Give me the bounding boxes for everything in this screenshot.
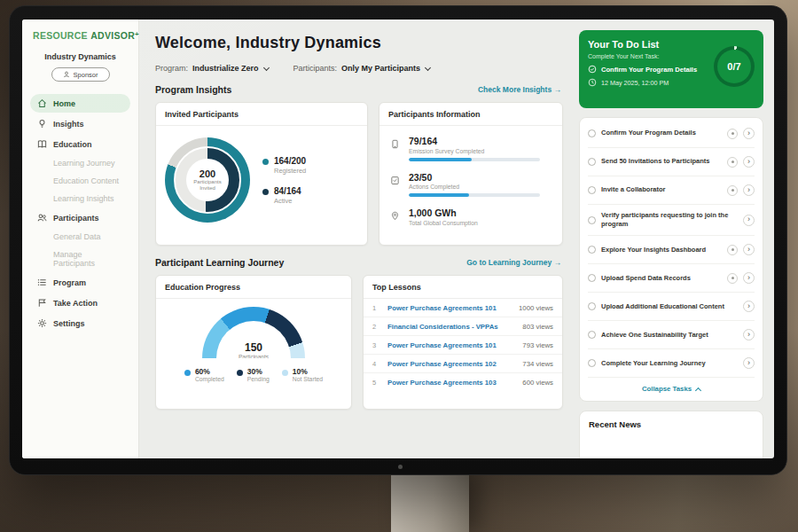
task-label: Upload Additional Educational Content bbox=[601, 302, 738, 311]
task-row[interactable]: Invite a Collaborator bbox=[588, 176, 755, 205]
chevron-right-icon[interactable] bbox=[743, 128, 755, 139]
brand-secondary: ADVISOR bbox=[90, 30, 135, 41]
lesson-link[interactable]: Power Purchase Agreements 101 bbox=[387, 341, 514, 349]
sidebar-item-label: Take Action bbox=[53, 299, 98, 308]
sidebar-item-education-content[interactable]: Education Content bbox=[30, 173, 130, 189]
chevron-right-icon[interactable] bbox=[743, 184, 755, 196]
survey-icon bbox=[390, 136, 401, 161]
chevron-right-icon[interactable] bbox=[743, 272, 755, 284]
task-row[interactable]: Upload Spend Data Records bbox=[588, 264, 755, 293]
program-label: Program: bbox=[155, 64, 188, 73]
legend-label: Completed bbox=[195, 376, 224, 382]
sidebar-item-learning-insights[interactable]: Learning Insights bbox=[30, 191, 130, 207]
task-checkbox[interactable] bbox=[588, 274, 596, 282]
sidebar-item-education[interactable]: Education bbox=[30, 135, 130, 153]
check-circle-icon bbox=[588, 65, 597, 74]
clock-icon bbox=[588, 78, 597, 87]
gauge-center-value: 150 bbox=[202, 341, 305, 354]
task-checkbox[interactable] bbox=[588, 129, 596, 137]
task-detail-icon[interactable] bbox=[727, 273, 738, 284]
program-dropdown[interactable]: Program: Industrialize Zero bbox=[155, 64, 269, 73]
list-icon bbox=[37, 278, 47, 287]
todo-due-label: 12 May 2025, 12:00 PM bbox=[601, 79, 669, 87]
task-label: Upload Spend Data Records bbox=[601, 274, 722, 283]
sponsor-badge: Sponsor bbox=[51, 67, 110, 82]
task-checkbox[interactable] bbox=[588, 246, 596, 254]
legend-value: 84/164 bbox=[274, 186, 301, 196]
participants-information-card: Participants Information 79/164 Emission… bbox=[379, 102, 563, 246]
chevron-right-icon[interactable] bbox=[743, 357, 755, 369]
sidebar-item-settings[interactable]: Settings bbox=[30, 314, 130, 332]
task-row[interactable]: Confirm Your Program Details bbox=[588, 120, 755, 148]
task-label: Explore Your Insights Dashboard bbox=[601, 246, 722, 254]
gauge-center: 150 Participants bbox=[202, 341, 305, 358]
task-checkbox[interactable] bbox=[588, 302, 596, 310]
sidebar-item-program[interactable]: Program bbox=[30, 273, 130, 292]
task-row[interactable]: Send 50 Invitations to Participants bbox=[588, 148, 755, 176]
task-checkbox[interactable] bbox=[588, 186, 596, 194]
task-label: Confirm Your Program Details bbox=[601, 129, 722, 137]
task-row[interactable]: Upload Additional Educational Content bbox=[588, 293, 755, 321]
go-to-learning-journey-link[interactable]: Go to Learning Journey bbox=[466, 258, 561, 267]
gauge-center-label: Participants bbox=[202, 354, 305, 358]
task-detail-icon[interactable] bbox=[727, 185, 738, 196]
lesson-rank: 1 bbox=[372, 304, 379, 312]
sidebar-item-insights[interactable]: Insights bbox=[30, 114, 130, 133]
sidebar-item-label: Learning Journey bbox=[53, 159, 115, 168]
lesson-row: 1 Power Purchase Agreements 101 1000 vie… bbox=[364, 299, 562, 317]
lesson-views: 1000 views bbox=[519, 304, 553, 312]
sidebar-item-learning-journey[interactable]: Learning Journey bbox=[30, 155, 130, 171]
task-row[interactable]: Verify participants requesting to join t… bbox=[588, 205, 755, 236]
chevron-right-icon[interactable] bbox=[743, 301, 755, 312]
task-checkbox[interactable] bbox=[588, 359, 596, 367]
task-detail-icon[interactable] bbox=[727, 157, 738, 168]
lesson-views: 803 views bbox=[522, 323, 553, 331]
participants-information-body: 79/164 Emission Survey Completed 23/50 bbox=[379, 126, 562, 236]
participants-label: Participants: bbox=[293, 64, 338, 73]
task-label: Achieve One Sustainability Target bbox=[601, 331, 738, 340]
chevron-right-icon[interactable] bbox=[743, 244, 755, 255]
task-row[interactable]: Complete Your Learning Journey bbox=[588, 349, 755, 378]
task-detail-icon[interactable] bbox=[727, 129, 738, 139]
legend-dot bbox=[184, 370, 191, 376]
brand-logo: RESOURCE ADVISOR+ bbox=[33, 30, 130, 41]
sponsor-badge-label: Sponsor bbox=[74, 71, 98, 79]
sidebar-item-general-data[interactable]: General Data bbox=[30, 229, 130, 245]
task-checkbox[interactable] bbox=[588, 331, 596, 339]
task-row[interactable]: Achieve One Sustainability Target bbox=[588, 321, 755, 349]
lesson-link[interactable]: Power Purchase Agreements 102 bbox=[387, 360, 514, 368]
check-more-insights-link[interactable]: Check More Insights bbox=[478, 85, 561, 94]
chevron-up-icon bbox=[695, 387, 701, 394]
task-checkbox[interactable] bbox=[588, 158, 596, 166]
stat-label: Actions Completed bbox=[409, 184, 540, 190]
flag-icon bbox=[37, 298, 47, 308]
task-checkbox[interactable] bbox=[588, 216, 596, 224]
section-title: Program Insights bbox=[155, 84, 231, 95]
sidebar-item-take-action[interactable]: Take Action bbox=[30, 293, 130, 312]
task-row[interactable]: Explore Your Insights Dashboard bbox=[588, 236, 755, 264]
book-icon bbox=[37, 139, 47, 149]
stat-label: Emission Survey Completed bbox=[409, 148, 540, 154]
participants-dropdown[interactable]: Participants: Only My Participants bbox=[293, 64, 431, 73]
sidebar-item-manage-participants[interactable]: Manage Participants bbox=[30, 246, 130, 271]
section-title: Participant Learning Journey bbox=[155, 257, 284, 268]
task-label: Invite a Collaborator bbox=[601, 185, 722, 194]
progress-bar-fill bbox=[409, 193, 469, 197]
chevron-right-icon[interactable] bbox=[743, 156, 755, 168]
sidebar-item-label: Manage Participants bbox=[53, 250, 123, 268]
collapse-tasks-link[interactable]: Collapse Tasks bbox=[588, 378, 755, 397]
task-label: Complete Your Learning Journey bbox=[601, 359, 738, 368]
card-title: Education Progress bbox=[156, 276, 351, 299]
sidebar-item-home[interactable]: Home bbox=[30, 94, 130, 113]
lesson-link[interactable]: Power Purchase Agreements 103 bbox=[387, 379, 514, 387]
chevron-right-icon[interactable] bbox=[743, 215, 755, 226]
sidebar-item-participants[interactable]: Participants bbox=[30, 208, 130, 227]
lesson-link[interactable]: Power Purchase Agreements 101 bbox=[387, 304, 511, 312]
sidebar-item-label: Participants bbox=[53, 214, 99, 223]
monitor-stand bbox=[391, 473, 469, 532]
chevron-right-icon[interactable] bbox=[743, 329, 755, 340]
todo-tasks-card: Confirm Your Program Details Send 50 Inv… bbox=[579, 117, 763, 402]
lesson-link[interactable]: Financial Considerations - VPPAs bbox=[387, 323, 514, 331]
right-panel: Your To Do List Complete Your Next Task:… bbox=[575, 20, 774, 458]
task-detail-icon[interactable] bbox=[727, 245, 738, 255]
